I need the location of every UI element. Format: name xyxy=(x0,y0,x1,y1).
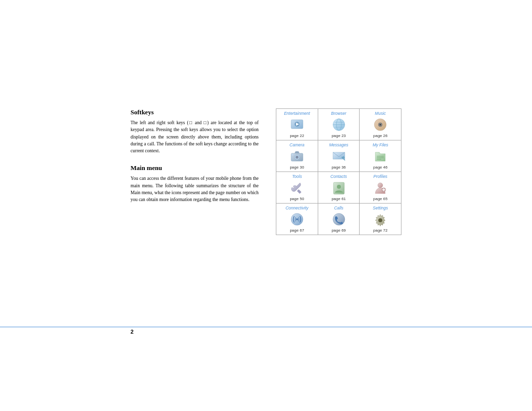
menu-cell-music: Music xyxy=(360,109,401,140)
menu-cell-myfiles: My Files xyxy=(360,140,401,172)
contacts-label: Contacts xyxy=(319,174,359,179)
svg-point-22 xyxy=(337,185,341,189)
browser-page: page 23 xyxy=(319,134,359,138)
right-column: Entertainment xyxy=(276,108,401,235)
menu-cell-calls: Calls xyxy=(318,204,360,235)
profiles-icon xyxy=(372,180,388,196)
menu-cell-connectivity: Connectivity xyxy=(276,204,318,235)
bottom-divider xyxy=(0,327,532,328)
main-menu-body: You can access the different features of… xyxy=(131,175,259,203)
svg-point-28 xyxy=(296,218,298,220)
svg-rect-20 xyxy=(297,189,301,194)
entertainment-label: Entertainment xyxy=(277,111,317,116)
table-row: Camera xyxy=(276,140,401,172)
entertainment-icon xyxy=(289,117,305,133)
main-menu-title: Main menu xyxy=(131,164,259,172)
menu-cell-tools: Tools xyxy=(276,172,318,204)
svg-point-10 xyxy=(380,124,381,126)
calls-label: Calls xyxy=(319,206,359,210)
svg-point-23 xyxy=(378,183,383,188)
tools-label: Tools xyxy=(277,174,317,179)
menu-cell-messages: Messages xyxy=(318,140,360,172)
svg-point-15 xyxy=(292,154,293,156)
table-row: Tools xyxy=(276,172,401,204)
menu-cell-entertainment: Entertainment xyxy=(276,109,318,140)
messages-label: Messages xyxy=(319,142,359,147)
settings-icon xyxy=(372,211,388,227)
main-menu-section: Main menu You can access the different f… xyxy=(131,164,259,203)
messages-page: page 36 xyxy=(319,165,359,170)
softkeys-title: Softkeys xyxy=(131,108,259,116)
music-page: page 26 xyxy=(361,134,400,138)
music-icon xyxy=(372,117,388,133)
menu-table: Entertainment xyxy=(276,108,401,235)
table-row: Entertainment xyxy=(276,109,401,140)
profiles-label: Profiles xyxy=(361,174,400,179)
myfiles-label: My Files xyxy=(361,142,400,147)
tools-icon xyxy=(289,180,305,196)
camera-icon xyxy=(289,148,305,164)
svg-point-14 xyxy=(296,156,299,159)
messages-icon xyxy=(331,148,347,164)
left-column: Softkeys The left and right soft keys (□… xyxy=(131,108,259,213)
profiles-page: page 65 xyxy=(361,197,400,201)
menu-cell-camera: Camera xyxy=(276,140,318,172)
settings-label: Settings xyxy=(361,206,400,210)
calls-page: page 69 xyxy=(319,228,359,233)
page-number: 2 xyxy=(131,329,133,335)
svg-point-30 xyxy=(378,218,382,222)
calls-icon xyxy=(331,211,347,227)
myfiles-icon xyxy=(372,148,388,164)
menu-cell-settings: Settings xyxy=(360,204,401,235)
tools-page: page 50 xyxy=(277,197,317,201)
camera-page: page 30 xyxy=(277,165,317,170)
myfiles-page: page 46 xyxy=(361,165,400,170)
contacts-page: page 61 xyxy=(319,197,359,201)
softkeys-body: The left and right soft keys (□ and □) a… xyxy=(131,119,259,154)
softkeys-section: Softkeys The left and right soft keys (□… xyxy=(131,108,259,154)
contacts-icon xyxy=(331,180,347,196)
menu-cell-profiles: Profiles xyxy=(360,172,401,204)
browser-label: Browser xyxy=(319,111,359,116)
menu-cell-contacts: Contacts xyxy=(318,172,360,204)
music-label: Music xyxy=(361,111,400,116)
svg-marker-12 xyxy=(295,151,299,153)
connectivity-page: page 67 xyxy=(277,228,317,233)
menu-cell-browser: Browser xyxy=(318,109,360,140)
table-row: Connectivity xyxy=(276,204,401,235)
browser-icon xyxy=(331,117,347,133)
connectivity-icon xyxy=(289,211,305,227)
camera-label: Camera xyxy=(277,142,317,147)
connectivity-label: Connectivity xyxy=(277,206,317,210)
entertainment-page: page 22 xyxy=(277,134,317,138)
settings-page: page 72 xyxy=(361,228,400,233)
